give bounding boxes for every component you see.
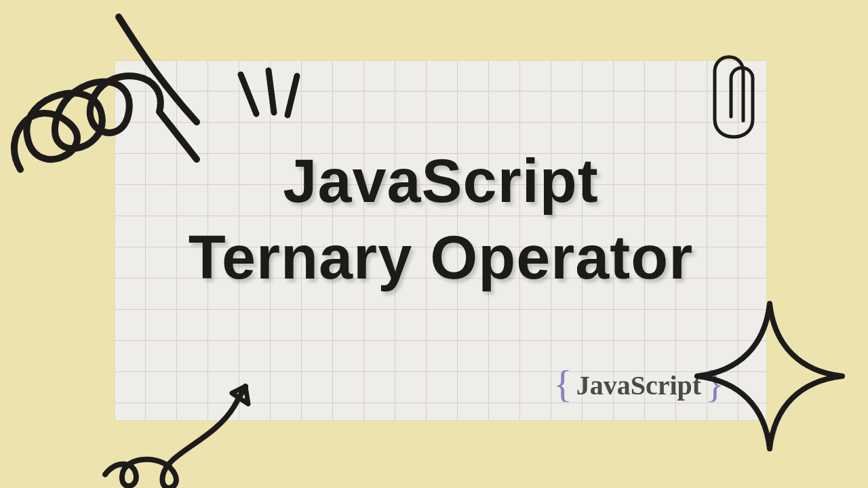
badge-label: JavaScript xyxy=(576,369,701,401)
paperclip-icon xyxy=(707,52,761,140)
four-point-star-icon xyxy=(692,298,848,454)
curly-arrow-icon xyxy=(95,359,271,488)
title-line-1: JavaScript xyxy=(283,147,598,215)
title-line-2: Ternary Operator xyxy=(189,219,694,296)
scribble-doodle-icon xyxy=(0,0,210,190)
page-title: JavaScript Ternary Operator xyxy=(189,143,694,296)
spark-lines-icon xyxy=(224,66,319,141)
